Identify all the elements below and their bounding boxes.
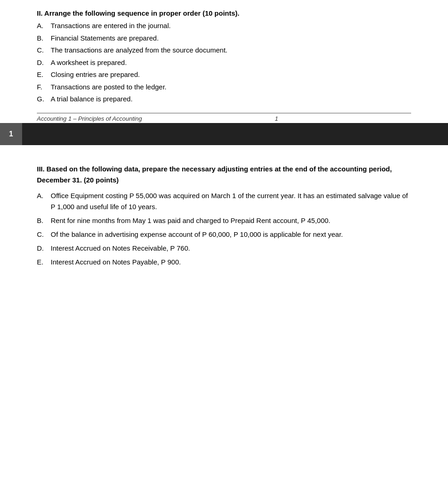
list-text-e: Interest Accrued on Notes Payable, P 900…: [51, 257, 411, 268]
list-item: C. Of the balance in advertising expense…: [37, 229, 411, 240]
footer-left-text: Accounting 1 – Principles of Accounting: [37, 115, 142, 122]
list-letter-b: B.: [37, 33, 51, 44]
list-text-b: Financial Statements are prepared.: [51, 33, 411, 44]
page-number-badge: 1: [0, 123, 22, 145]
list-text-e: Closing entries are prepared.: [51, 70, 411, 80]
list-item: F. Transactions are posted to the ledger…: [37, 82, 411, 93]
list-letter-f: F.: [37, 82, 51, 93]
page-bottom-section: III. Based on the following data, prepar…: [0, 145, 448, 284]
list-text-a: Office Equipment costing P 55,000 was ac…: [51, 190, 411, 212]
list-text-d: A worksheet is prepared.: [51, 58, 411, 68]
footer-center-text: 1: [275, 115, 278, 122]
section-ii: II. Arrange the following sequence in pr…: [37, 9, 411, 105]
page-top-section: II. Arrange the following sequence in pr…: [0, 0, 448, 122]
list-item: A. Office Equipment costing P 55,000 was…: [37, 190, 411, 212]
page-footer: Accounting 1 – Principles of Accounting …: [37, 115, 411, 122]
section-divider: [37, 113, 411, 113]
list-text-c: Of the balance in advertising expense ac…: [51, 229, 411, 240]
list-text-d: Interest Accrued on Notes Receivable, P …: [51, 243, 411, 254]
list-text-c: The transactions are analyzed from the s…: [51, 45, 411, 56]
list-letter-a: A.: [37, 21, 51, 31]
list-item: G. A trial balance is prepared.: [37, 94, 411, 105]
section-iii-title: III. Based on the following data, prepar…: [37, 164, 411, 186]
list-item: E. Interest Accrued on Notes Payable, P …: [37, 257, 411, 268]
list-letter-c: C.: [37, 45, 51, 56]
list-item: D. A worksheet is prepared.: [37, 58, 411, 68]
section-iii: III. Based on the following data, prepar…: [37, 164, 411, 268]
list-letter-e: E.: [37, 257, 51, 268]
list-item: D. Interest Accrued on Notes Receivable,…: [37, 243, 411, 254]
list-letter-a: A.: [37, 190, 51, 212]
list-text-f: Transactions are posted to the ledger.: [51, 82, 411, 93]
list-letter-g: G.: [37, 94, 51, 105]
dark-bar: [22, 123, 448, 145]
page-divider: 1: [0, 123, 448, 145]
list-text-g: A trial balance is prepared.: [51, 94, 411, 105]
list-item: E. Closing entries are prepared.: [37, 70, 411, 80]
list-letter-e: E.: [37, 70, 51, 80]
list-item: A. Transactions are entered in the journ…: [37, 21, 411, 31]
list-text-b: Rent for nine months from May 1 was paid…: [51, 215, 411, 226]
list-letter-d: D.: [37, 243, 51, 254]
list-letter-d: D.: [37, 58, 51, 68]
list-item: B. Rent for nine months from May 1 was p…: [37, 215, 411, 226]
list-letter-c: C.: [37, 229, 51, 240]
list-text-a: Transactions are entered in the journal.: [51, 21, 411, 31]
list-letter-b: B.: [37, 215, 51, 226]
list-item: B. Financial Statements are prepared.: [37, 33, 411, 44]
section-ii-title: II. Arrange the following sequence in pr…: [37, 9, 411, 17]
list-item: C. The transactions are analyzed from th…: [37, 45, 411, 56]
